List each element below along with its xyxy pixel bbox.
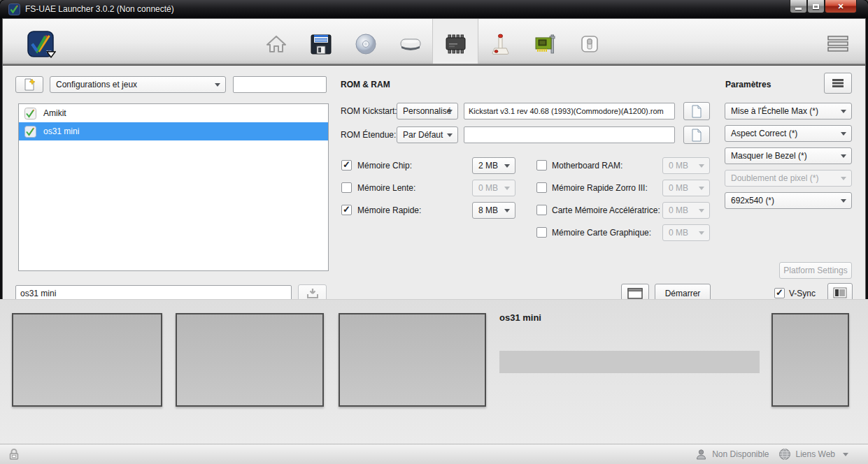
slow-memory-label: Mémoire Lente: <box>357 183 415 193</box>
chevron-down-icon <box>843 453 848 456</box>
chevron-down-icon <box>504 187 510 190</box>
rom-extended-path-input[interactable] <box>464 126 675 143</box>
platform-settings-button[interactable]: Platform Settings <box>779 262 852 279</box>
list-item-label: Amikit <box>43 108 66 118</box>
aspect-dropdown[interactable]: Aspect Correct (*) <box>725 125 852 142</box>
slow-memory-checkbox[interactable] <box>341 182 352 193</box>
rom-kickstart-browse-button[interactable] <box>683 102 710 120</box>
zorro3-memory-label: Mémoire Rapide Zorro III: <box>552 183 648 193</box>
scaling-dropdown[interactable]: Mise à l'Échelle Max (*) <box>725 103 852 119</box>
save-icon <box>306 287 319 300</box>
globe-icon[interactable] <box>778 448 791 461</box>
zorro3-memory-checkbox[interactable] <box>536 182 547 193</box>
fast-memory-value: 8 MB <box>478 205 498 215</box>
chip-memory-value: 2 MB <box>478 161 498 171</box>
app-window: FS-UAE Launcher 3.0.2 (Non connecté) ✕ F <box>0 0 868 464</box>
web-links-label[interactable]: Liens Web <box>796 449 835 459</box>
accelerator-memory-label: Carte Mémoire Accélératrice: <box>552 205 660 215</box>
selected-config-title: os31 mini <box>499 312 541 323</box>
close-button[interactable]: ✕ <box>825 0 857 13</box>
graphics-memory-dropdown[interactable]: 0 MB <box>662 224 710 241</box>
fast-memory-dropdown[interactable]: 8 MB <box>472 202 515 219</box>
rom-kickstart-mode-value: Personnalisé <box>403 106 451 116</box>
expansion-card-icon <box>532 31 557 57</box>
screenshot-placeholder-2 <box>176 313 324 407</box>
chevron-down-icon <box>699 209 704 212</box>
rom-extended-mode-value: Par Défaut <box>403 130 443 140</box>
chevron-down-icon <box>504 209 510 212</box>
graphics-memory-label: Mémoire Carte Graphique: <box>552 228 651 238</box>
motherboard-ram-label: Motherboard RAM: <box>552 161 622 171</box>
new-config-icon <box>22 78 36 92</box>
resolution-dropdown[interactable]: 692x540 (*) <box>725 192 852 209</box>
titlebar[interactable]: FS-UAE Launcher 3.0.2 (Non connecté) ✕ <box>0 0 868 19</box>
settings-title: Paramètres <box>725 80 771 89</box>
motherboard-ram-dropdown[interactable]: 0 MB <box>662 157 710 174</box>
motherboard-ram-value: 0 MB <box>669 161 688 171</box>
chevron-down-icon <box>699 231 704 235</box>
chevron-down-icon <box>504 164 510 168</box>
rom-extended-browse-button[interactable] <box>683 126 710 144</box>
check-icon: ✓ <box>776 288 783 297</box>
config-search-input[interactable] <box>233 76 327 93</box>
menu-icon <box>826 35 850 53</box>
settings-menu-button[interactable] <box>824 73 852 94</box>
vsync-checkbox[interactable]: ✓ <box>774 288 785 298</box>
zorro3-memory-dropdown[interactable]: 0 MB <box>662 180 710 196</box>
file-icon <box>691 105 702 118</box>
rom-kickstart-mode-dropdown[interactable]: Personnalisé <box>397 103 458 119</box>
list-item-os31-mini[interactable]: os31 mini <box>19 122 328 140</box>
chip-memory-dropdown[interactable]: 2 MB <box>472 157 515 174</box>
rom-extended-label: ROM Étendue: <box>341 130 396 140</box>
graphics-memory-checkbox[interactable] <box>536 227 547 238</box>
chevron-down-icon <box>215 83 220 87</box>
tab-hardware[interactable] <box>441 30 469 58</box>
motherboard-ram-checkbox[interactable] <box>536 160 547 171</box>
fast-memory-checkbox[interactable]: ✓ <box>341 205 352 215</box>
tab-additional-config[interactable] <box>576 30 604 58</box>
chevron-down-icon <box>699 164 704 168</box>
check-icon: ✓ <box>343 205 350 214</box>
bezel-dropdown[interactable]: Masquer le Bezel (*) <box>725 147 852 164</box>
chevron-down-icon <box>841 132 846 136</box>
accelerator-memory-dropdown[interactable]: 0 MB <box>662 202 710 219</box>
maximize-button[interactable] <box>807 0 825 13</box>
tab-cdroms[interactable] <box>352 30 380 58</box>
new-config-button[interactable] <box>15 76 43 93</box>
window-mode-icon <box>627 288 643 299</box>
chevron-down-icon <box>46 51 56 58</box>
graphics-memory-value: 0 MB <box>669 228 688 238</box>
slow-memory-dropdown[interactable]: 0 MB <box>472 180 515 196</box>
rom-kickstart-path-input[interactable] <box>464 103 675 119</box>
cdrom-icon <box>353 31 378 57</box>
config-icon <box>24 108 36 119</box>
tab-harddrives[interactable] <box>397 30 425 58</box>
minimize-button[interactable] <box>790 0 807 13</box>
rom-extended-mode-dropdown[interactable]: Par Défaut <box>397 126 458 143</box>
chip-memory-checkbox[interactable]: ✓ <box>341 160 352 171</box>
zorro3-memory-value: 0 MB <box>669 183 688 193</box>
line-doubling-dropdown[interactable]: Doublement de pixel (*) <box>725 170 852 187</box>
fs-uae-menu-button[interactable]: FS <box>27 30 55 58</box>
check-icon: ✓ <box>343 160 350 169</box>
scaling-value: Mise à l'Échelle Max (*) <box>731 106 818 116</box>
chevron-down-icon <box>447 133 453 137</box>
chevron-down-icon <box>841 199 846 203</box>
list-item-amikit[interactable]: Amikit <box>19 104 328 122</box>
tab-floppies[interactable] <box>307 30 335 58</box>
chevron-down-icon <box>447 110 453 113</box>
accelerator-memory-checkbox[interactable] <box>536 205 547 215</box>
maximize-icon <box>813 4 819 9</box>
screenshot-placeholder-3 <box>339 313 486 407</box>
main-menu-button[interactable] <box>823 30 853 58</box>
tab-expansions[interactable] <box>531 30 559 58</box>
statusbar: Non Disponible Liens Web <box>0 444 868 464</box>
tab-input[interactable] <box>486 30 514 58</box>
config-list[interactable]: Amikit os31 mini <box>18 103 329 271</box>
harddrive-icon <box>398 31 423 57</box>
config-filter-dropdown[interactable]: Configurations et jeux <box>50 76 226 93</box>
variant-placeholder-bar <box>499 351 760 373</box>
tab-home[interactable] <box>262 30 290 58</box>
bezel-value: Masquer le Bezel (*) <box>731 151 807 161</box>
config-filter-value: Configurations et jeux <box>56 80 137 89</box>
